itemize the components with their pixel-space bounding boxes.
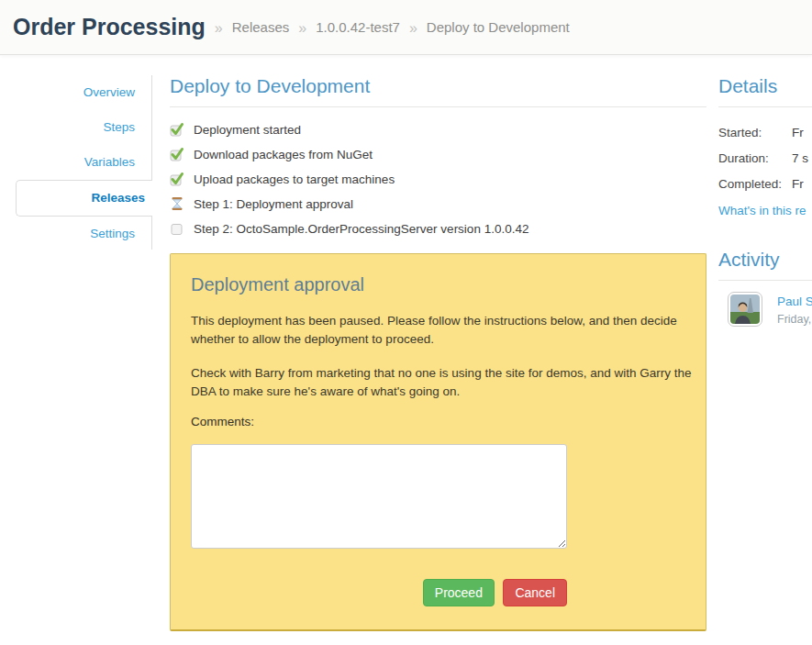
details-label: Completed: xyxy=(718,176,792,192)
check-icon xyxy=(170,147,184,161)
tab-releases[interactable]: Releases xyxy=(16,180,152,217)
details-title: Details xyxy=(718,75,812,107)
breadcrumb-separator-icon: » xyxy=(298,20,306,37)
empty-checkbox-icon xyxy=(170,221,184,236)
cancel-button[interactable]: Cancel xyxy=(503,579,567,606)
activity-entry-text: Paul Sto Friday, 3 xyxy=(777,292,812,327)
hourglass-icon xyxy=(170,196,184,211)
deployment-title: Deploy to Development xyxy=(170,75,706,107)
step-label: Step 1: Deployment approval xyxy=(194,197,353,211)
deployment-main: Deploy to Development Deployment started… xyxy=(170,75,706,631)
approval-title: Deployment approval xyxy=(191,273,685,296)
step-label: Upload packages to target machines xyxy=(194,172,395,186)
whats-in-release-link[interactable]: What's in this re xyxy=(718,204,806,217)
activity-user-link[interactable]: Paul Sto xyxy=(777,295,812,308)
project-tabs: Overview Steps Variables Releases Settin… xyxy=(0,75,152,250)
details-row-completed: Completed: Fr xyxy=(718,176,812,192)
details-row-duration: Duration: 7 s xyxy=(718,150,812,166)
tab-variables[interactable]: Variables xyxy=(0,145,151,180)
octopus-deploy-app: Order Processing » Releases » 1.0.0.42-t… xyxy=(0,0,812,645)
details-label: Started: xyxy=(718,125,792,140)
breadcrumb-separator-icon: » xyxy=(215,20,223,37)
user-avatar xyxy=(728,292,762,327)
tab-settings[interactable]: Settings xyxy=(0,217,151,251)
proceed-button[interactable]: Proceed xyxy=(423,579,495,606)
project-title[interactable]: Order Processing xyxy=(13,14,206,40)
approval-panel: Deployment approval This deployment has … xyxy=(170,253,706,631)
step-row: Step 2: OctoSample.OrderProcessingServer… xyxy=(170,221,706,236)
step-row: Step 1: Deployment approval xyxy=(170,196,706,211)
step-label: Deployment started xyxy=(194,123,301,137)
details-value: Fr xyxy=(792,176,804,192)
step-row: Deployment started xyxy=(170,122,706,137)
activity-title: Activity xyxy=(718,249,812,281)
step-row: Download packages from NuGet xyxy=(170,147,706,161)
activity-date: Friday, 3 xyxy=(777,313,812,326)
details-value: Fr xyxy=(792,125,804,140)
deployment-step-list: Deployment started Download packages fro… xyxy=(170,122,706,236)
tab-overview[interactable]: Overview xyxy=(0,75,151,110)
details-rows: Started: Fr Duration: 7 s Completed: Fr … xyxy=(718,125,812,218)
details-label: Duration: xyxy=(718,150,792,166)
approval-instructions: This deployment has been paused. Please … xyxy=(191,312,700,349)
check-icon xyxy=(170,172,184,186)
activity-entry: Paul Sto Friday, 3 xyxy=(728,292,812,327)
approval-actions: Proceed Cancel xyxy=(191,579,567,606)
step-label: Download packages from NuGet xyxy=(194,148,373,161)
details-row-started: Started: Fr xyxy=(718,125,812,140)
page-header: Order Processing » Releases » 1.0.0.42-t… xyxy=(0,0,812,55)
step-label: Step 2: OctoSample.OrderProcessingServer… xyxy=(194,222,528,236)
comments-label: Comments: xyxy=(191,415,685,428)
breadcrumb-version[interactable]: 1.0.0.42-test7 xyxy=(316,19,400,35)
step-row: Upload packages to target machines xyxy=(170,172,706,186)
comments-textarea[interactable] xyxy=(191,444,567,549)
breadcrumb-releases[interactable]: Releases xyxy=(232,19,290,35)
tab-steps[interactable]: Steps xyxy=(0,110,151,145)
check-icon xyxy=(170,122,184,137)
details-sidebar: Details Started: Fr Duration: 7 s Comple… xyxy=(718,75,812,327)
approval-custom-instructions: Check with Barry from marketing that no … xyxy=(191,364,700,401)
details-value: 7 s xyxy=(792,150,808,166)
breadcrumb-separator-icon: » xyxy=(409,20,417,37)
breadcrumb-current-page: Deploy to Development xyxy=(427,19,570,35)
